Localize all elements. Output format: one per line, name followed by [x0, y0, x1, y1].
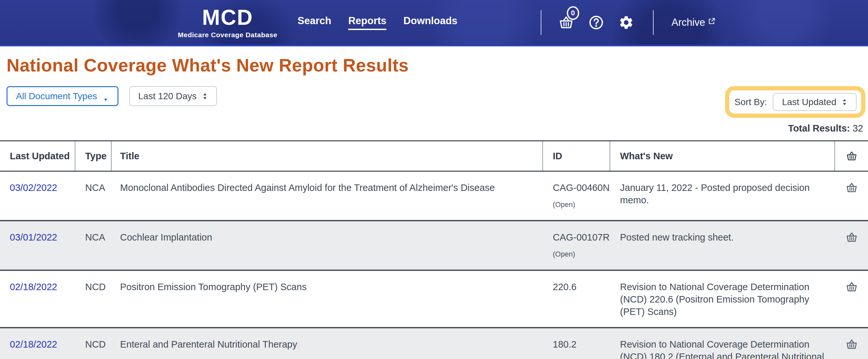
document-id: CAG-00107R	[553, 232, 610, 242]
table-row: 02/18/2022 NCD Enteral and Parenteral Nu…	[0, 328, 868, 359]
basket-icon	[846, 150, 858, 162]
column-header-whats-new[interactable]: What's New	[610, 141, 835, 171]
main-nav: Search Reports Downloads	[298, 15, 458, 30]
table-row: 02/18/2022 NCD Positron Emission Tomogra…	[0, 271, 868, 328]
sort-by-value: Last Updated	[782, 97, 836, 108]
column-header-basket[interactable]	[835, 141, 868, 171]
mcd-logo[interactable]: MCD Medicare Coverage Database	[178, 6, 277, 38]
header-divider	[541, 10, 541, 35]
cell-id: 220.6	[543, 281, 610, 318]
cell-id: CAG-00460N (Open)	[543, 181, 610, 211]
document-id: 220.6	[553, 282, 577, 292]
cell-last-updated: 02/18/2022	[0, 338, 75, 359]
results-table: Last Updated Type Title ID What's New 03…	[0, 140, 868, 359]
sort-by-highlight: Sort By: Last Updated	[725, 86, 865, 118]
column-header-title[interactable]: Title	[112, 141, 543, 171]
basket-icon	[845, 285, 858, 295]
header-divider	[653, 10, 654, 35]
cell-title: Enteral and Parenteral Nutritional Thera…	[112, 338, 543, 359]
total-results-value: 32	[852, 123, 863, 133]
page-title: National Coverage What's New Report Resu…	[6, 55, 868, 76]
document-status: (Open)	[553, 248, 610, 261]
cell-basket	[835, 281, 868, 318]
header-tools: 0 Archive	[541, 10, 716, 35]
basket-icon	[845, 185, 858, 196]
cell-type: NCD	[75, 281, 112, 318]
question-circle-icon	[588, 15, 604, 30]
cell-whats-new: January 11, 2022 - Posted proposed decis…	[610, 181, 835, 211]
date-link[interactable]: 02/18/2022	[10, 282, 57, 292]
cell-title: Cochlear Implantation	[112, 231, 543, 261]
archive-link[interactable]: Archive	[672, 17, 716, 28]
gear-icon	[618, 15, 634, 30]
date-range-dropdown[interactable]: Last 120 Days	[129, 86, 217, 106]
sort-arrows-icon	[842, 98, 847, 107]
sort-by-dropdown[interactable]: Last Updated	[773, 93, 857, 111]
cell-id: CAG-00107R (Open)	[543, 231, 610, 261]
logo-subtitle: Medicare Coverage Database	[178, 31, 277, 38]
basket-count-badge: 0	[567, 6, 579, 20]
column-header-last-updated[interactable]: Last Updated	[0, 141, 75, 171]
cell-title: Monoclonal Antibodies Directed Against A…	[112, 181, 543, 211]
table-row: 03/02/2022 NCA Monoclonal Antibodies Dir…	[0, 172, 868, 221]
column-header-type[interactable]: Type	[75, 141, 112, 171]
nav-downloads[interactable]: Downloads	[403, 15, 457, 30]
nav-reports[interactable]: Reports	[348, 15, 386, 30]
archive-label: Archive	[672, 17, 705, 28]
help-button[interactable]	[588, 15, 604, 30]
filter-row: All Document Types Last 120 Days Sort By…	[6, 86, 865, 118]
table-row: 03/01/2022 NCA Cochlear Implantation CAG…	[0, 221, 868, 271]
cell-last-updated: 03/02/2022	[0, 181, 75, 211]
logo-title: MCD	[178, 6, 277, 28]
basket-icon	[845, 342, 858, 353]
external-link-icon	[708, 16, 716, 24]
nav-search[interactable]: Search	[298, 15, 331, 30]
add-to-basket-button[interactable]	[845, 181, 858, 194]
cell-type: NCD	[75, 338, 112, 359]
document-types-value: All Document Types	[16, 91, 97, 101]
cell-last-updated: 03/01/2022	[0, 231, 75, 261]
sort-arrows-icon	[202, 92, 208, 100]
cell-whats-new: Revision to National Coverage Determinat…	[610, 281, 835, 318]
date-range-value: Last 120 Days	[138, 91, 197, 101]
document-id: CAG-00460N	[553, 182, 610, 193]
basket-button[interactable]: 0	[558, 15, 574, 30]
cell-basket	[835, 231, 868, 261]
total-results: Total Results: 32	[0, 123, 863, 134]
table-body: 03/02/2022 NCA Monoclonal Antibodies Dir…	[0, 172, 868, 359]
cell-type: NCA	[75, 231, 112, 261]
date-link[interactable]: 02/18/2022	[10, 339, 57, 350]
sort-by-label: Sort By:	[735, 97, 767, 108]
date-link[interactable]: 03/02/2022	[10, 182, 57, 193]
cell-type: NCA	[75, 181, 112, 211]
document-id: 180.2	[553, 339, 577, 350]
cell-id: 180.2	[543, 338, 610, 359]
cell-whats-new: Revision to National Coverage Determinat…	[610, 338, 835, 359]
cell-whats-new: Posted new tracking sheet.	[610, 231, 835, 261]
cell-basket	[835, 338, 868, 359]
document-types-dropdown[interactable]: All Document Types	[6, 86, 119, 106]
site-header: MCD Medicare Coverage Database Search Re…	[0, 0, 868, 46]
add-to-basket-button[interactable]	[845, 231, 858, 243]
chevron-down-icon	[102, 94, 109, 98]
add-to-basket-button[interactable]	[845, 338, 858, 351]
total-results-label: Total Results:	[788, 123, 850, 133]
add-to-basket-button[interactable]	[845, 281, 858, 293]
cell-title: Positron Emission Tomography (PET) Scans	[112, 281, 543, 318]
document-status: (Open)	[553, 199, 610, 211]
cell-last-updated: 02/18/2022	[0, 281, 75, 318]
settings-button[interactable]	[618, 15, 634, 30]
column-header-id[interactable]: ID	[543, 141, 610, 171]
basket-icon	[845, 235, 858, 245]
table-header-row: Last Updated Type Title ID What's New	[0, 140, 868, 172]
date-link[interactable]: 03/01/2022	[10, 232, 57, 242]
cell-basket	[835, 181, 868, 211]
